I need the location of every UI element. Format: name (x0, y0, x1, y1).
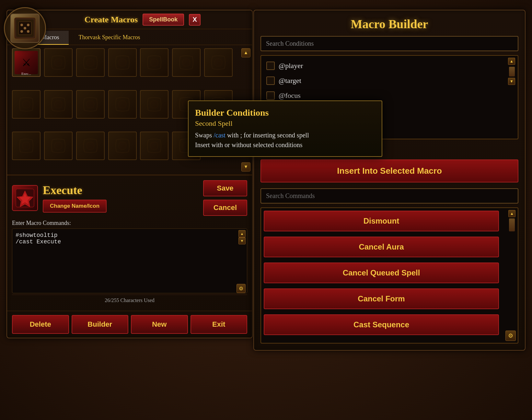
macro-slot-4[interactable] (140, 48, 168, 77)
condition-checkbox-player[interactable] (266, 62, 275, 70)
close-button[interactable]: X (189, 14, 201, 26)
macro-builder-title: Macro Builder (260, 17, 518, 31)
macro-slot-17[interactable] (108, 132, 137, 160)
macro-text-area[interactable]: #showtooltip /cast Execute (12, 228, 247, 293)
grid-scroll-up-button[interactable]: ▲ (241, 48, 250, 57)
corner-icon (4, 7, 46, 49)
svg-point-4 (24, 27, 26, 29)
delete-button[interactable]: Delete (12, 315, 69, 334)
textarea-scroll-down-button[interactable]: ▼ (238, 237, 246, 244)
command-row-cancel-form[interactable]: Cancel Form (264, 288, 515, 312)
action-buttons: Save Cancel (203, 180, 247, 216)
tooltip-title: Builder Conditions (195, 108, 375, 118)
cancel-aura-button[interactable]: Cancel Aura (264, 237, 499, 257)
command-row-dismount[interactable]: Dismount (264, 211, 515, 234)
condition-checkbox-target[interactable] (266, 76, 275, 85)
new-button[interactable]: New (131, 315, 188, 334)
change-name-button[interactable]: Change Name/Icon (43, 200, 107, 213)
condition-label-player: @player (279, 62, 303, 70)
macro-name-title: Execute (43, 183, 107, 197)
macro-info-row: Execute Change Name/Icon Save Cancel (12, 180, 247, 216)
insert-button[interactable]: Insert Into Selected Macro (260, 159, 518, 182)
spellbook-button[interactable]: SpellBook (143, 14, 184, 26)
cast-highlight: /cast (214, 132, 226, 139)
macro-slot-1[interactable] (44, 48, 73, 77)
macro-slot-11[interactable] (140, 90, 168, 119)
cancel-queued-spell-button[interactable]: Cancel Queued Spell (264, 262, 499, 283)
exit-button[interactable]: Exit (191, 315, 248, 334)
condition-row-player[interactable]: @player (264, 58, 515, 73)
corner-icon-inner (10, 14, 40, 43)
tooltip-popup: Builder Conditions Second Spell Swaps /c… (188, 100, 382, 157)
right-panel: Macro Builder @player @target @focus @ta… (253, 10, 526, 351)
dismount-button[interactable]: Dismount (264, 211, 499, 231)
macro-slot-8[interactable] (44, 90, 73, 119)
macro-slot-0[interactable]: ⚔ Exec... (12, 48, 40, 77)
svg-point-6 (27, 24, 29, 26)
commands-gear-button[interactable]: ⚙ (505, 331, 516, 341)
tooltip-subtitle: Second Spell (195, 119, 375, 128)
macro-slot-5[interactable] (172, 48, 201, 77)
tooltip-body: Swaps /cast with ; for inserting second … (195, 130, 375, 150)
macro-slot-label-0: Exec... (13, 72, 40, 76)
macro-slot-18[interactable] (140, 132, 168, 160)
conditions-scroll: ▲ ▼ (508, 58, 516, 85)
macro-slot-2[interactable] (76, 48, 105, 77)
tab-thorvask-macros[interactable]: Thorvask Specific Macros (69, 31, 150, 45)
macro-thumbnail (12, 185, 38, 211)
commands-list: Dismount Cancel Aura Cancel Queued Spell… (260, 207, 518, 344)
cast-sequence-button[interactable]: Cast Sequence (264, 314, 499, 335)
macro-slot-6[interactable] (204, 48, 233, 77)
cancel-button[interactable]: Cancel (203, 200, 247, 216)
commands-scroll: ▲ (508, 210, 516, 341)
enter-macro-label: Enter Macro Commands: (12, 220, 247, 227)
cancel-form-button[interactable]: Cancel Form (264, 288, 499, 309)
svg-point-3 (20, 24, 23, 26)
textarea-gear-button[interactable]: ⚙ (237, 284, 246, 293)
conditions-scroll-down-button[interactable]: ▼ (508, 78, 515, 85)
search-commands-input[interactable] (260, 188, 518, 204)
commands-scroll-thumb (509, 218, 515, 231)
macro-slot-14[interactable] (12, 132, 40, 160)
macro-slot-15[interactable] (44, 132, 73, 160)
builder-button[interactable]: Builder (72, 315, 129, 334)
bottom-panel: Execute Change Name/Icon Save Cancel Ent… (7, 175, 252, 311)
command-row-cast-sequence[interactable]: Cast Sequence (264, 314, 515, 338)
command-row-cancel-queued-spell[interactable]: Cancel Queued Spell (264, 262, 515, 286)
char-count: 26/255 Characters Used (12, 295, 247, 306)
macro-slot-9[interactable] (76, 90, 105, 119)
search-conditions-input[interactable] (260, 36, 518, 51)
condition-label-target: @target (279, 76, 301, 85)
macro-grid-container: ⚔ Exec... (7, 45, 252, 338)
textarea-scroll-up-button[interactable]: ▲ (238, 230, 246, 237)
left-panel: Create Macros SpellBook X General Macros… (6, 10, 253, 338)
condition-row-target[interactable]: @target (264, 73, 515, 88)
panel-title: Create Macros (85, 15, 138, 25)
command-row-cancel-aura[interactable]: Cancel Aura (264, 237, 515, 260)
conditions-scroll-up-button[interactable]: ▲ (508, 58, 515, 65)
grid-scroll-down-button[interactable]: ▼ (241, 162, 250, 171)
condition-checkbox-focus[interactable] (266, 91, 275, 100)
macro-text-container: #showtooltip /cast Execute ▲ ▼ ⚙ (12, 228, 247, 295)
commands-scroll-up-button[interactable]: ▲ (508, 210, 515, 217)
conditions-scroll-thumb (509, 67, 515, 76)
macro-slot-10[interactable] (108, 90, 137, 119)
footer-buttons: Delete Builder New Exit (7, 311, 252, 338)
macro-name-section: Execute Change Name/Icon (43, 183, 107, 213)
svg-point-5 (27, 30, 29, 33)
macro-slot-16[interactable] (76, 132, 105, 160)
condition-label-focus: @focus (279, 91, 301, 100)
macro-slot-7[interactable] (12, 90, 40, 119)
macro-slot-3[interactable] (108, 48, 137, 77)
save-button[interactable]: Save (203, 180, 247, 196)
textarea-scroll: ▲ ▼ (238, 230, 246, 244)
svg-point-7 (20, 30, 23, 33)
